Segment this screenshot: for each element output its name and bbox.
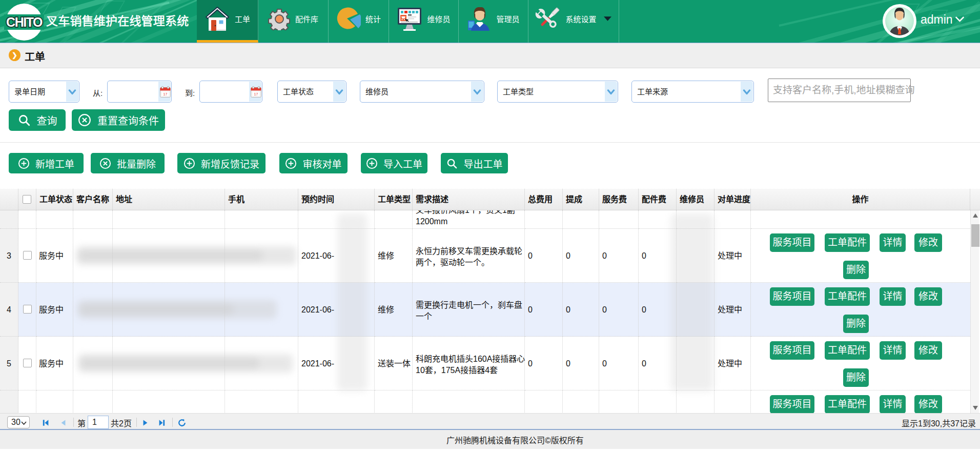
svg-text:17: 17 — [254, 92, 258, 96]
svg-text:17: 17 — [164, 92, 168, 96]
